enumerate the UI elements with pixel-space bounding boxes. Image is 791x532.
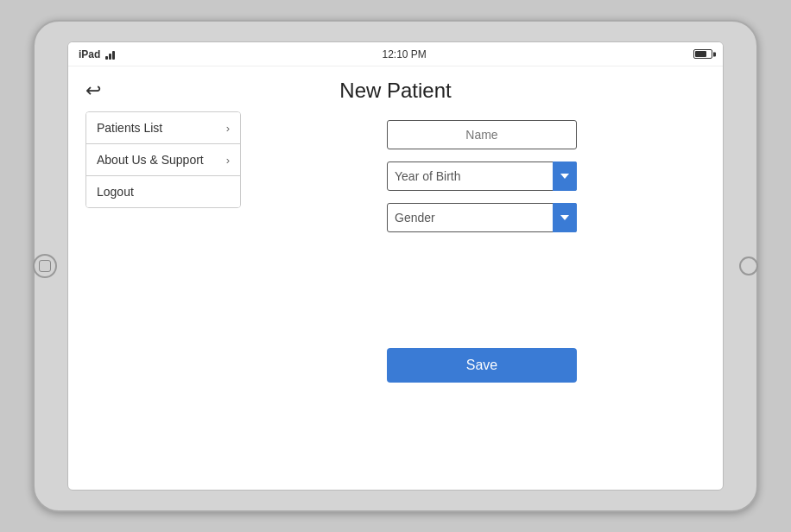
page-header: ↩ New Patient <box>68 66 723 111</box>
power-button[interactable] <box>739 256 758 276</box>
sidebar-item-about-us[interactable]: About Us & Support › <box>86 144 240 176</box>
year-of-birth-select[interactable]: Year of Birth 2010 2000 1990 1980 1970 1… <box>387 162 577 191</box>
gender-select[interactable]: Gender Male Female Other <box>387 203 577 232</box>
device-label: iPad <box>79 48 100 60</box>
home-button-inner <box>39 260 51 272</box>
battery-icon <box>693 49 712 59</box>
main-layout: Patients List › About Us & Support › Log… <box>68 111 723 490</box>
clock: 12:10 PM <box>382 48 426 60</box>
form-area: Year of Birth 2010 2000 1990 1980 1970 1… <box>258 111 706 472</box>
chevron-right-icon: › <box>226 154 230 167</box>
screen: iPad 12:10 PM ↩ New Patient <box>67 41 724 491</box>
status-right <box>693 49 712 59</box>
back-button[interactable]: ↩ <box>85 81 101 100</box>
home-button[interactable] <box>33 254 57 278</box>
year-of-birth-wrapper: Year of Birth 2010 2000 1990 1980 1970 1… <box>387 162 577 191</box>
sidebar-item-label: Logout <box>97 185 134 199</box>
save-button[interactable]: Save <box>387 348 577 383</box>
form-fields: Year of Birth 2010 2000 1990 1980 1970 1… <box>387 120 577 232</box>
wifi-icon <box>105 49 115 60</box>
sidebar-item-patients-list[interactable]: Patients List › <box>86 112 240 144</box>
sidebar: Patients List › About Us & Support › Log… <box>85 111 241 472</box>
sidebar-item-label: About Us & Support <box>97 153 204 167</box>
status-left: iPad <box>79 48 115 60</box>
content-area: ↩ New Patient Patients List › About Us &… <box>68 66 723 490</box>
status-bar: iPad 12:10 PM <box>68 42 723 66</box>
name-input[interactable] <box>387 120 577 149</box>
sidebar-item-logout[interactable]: Logout <box>86 176 240 207</box>
sidebar-item-label: Patients List <box>97 121 162 135</box>
page-title: New Patient <box>339 79 451 103</box>
gender-wrapper: Gender Male Female Other <box>387 203 577 232</box>
chevron-right-icon: › <box>226 122 230 135</box>
tablet-frame: iPad 12:10 PM ↩ New Patient <box>33 20 758 512</box>
battery-fill <box>695 51 706 57</box>
sidebar-menu: Patients List › About Us & Support › Log… <box>85 111 241 208</box>
